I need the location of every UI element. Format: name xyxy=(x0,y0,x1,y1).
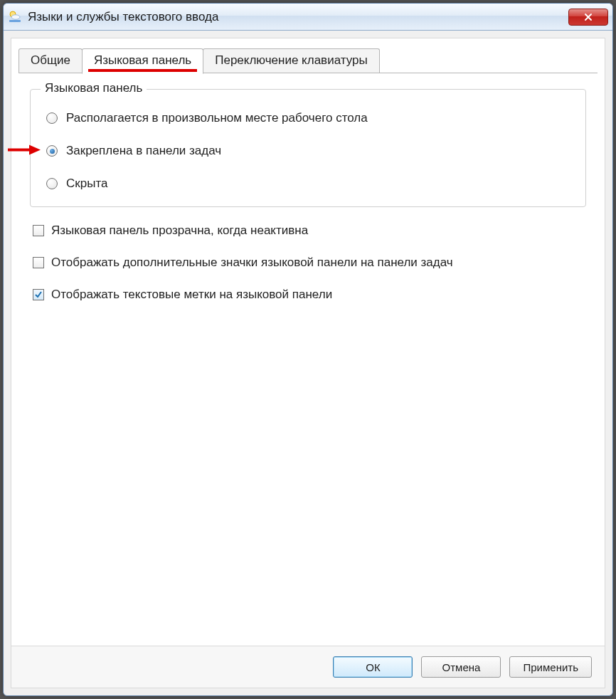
close-button[interactable] xyxy=(568,9,608,26)
checkbox-text-labels[interactable] xyxy=(33,289,44,300)
tab-keyboard-switch[interactable]: Переключение клавиатуры xyxy=(203,48,379,73)
radio-row-docked[interactable]: Закреплена в панели задач xyxy=(46,144,573,158)
svg-point-1 xyxy=(11,14,20,19)
radio-hidden[interactable] xyxy=(46,178,58,189)
tab-label: Языковая панель xyxy=(94,53,191,67)
ok-button[interactable]: ОК xyxy=(333,656,413,678)
radio-label: Закреплена в панели задач xyxy=(66,144,221,158)
apply-button[interactable]: Применить xyxy=(509,656,592,678)
button-label: Применить xyxy=(523,661,578,673)
button-label: ОК xyxy=(366,661,380,673)
radio-row-floating[interactable]: Располагается в произвольном месте рабоч… xyxy=(46,111,573,125)
check-label: Отображать дополнительные значки языково… xyxy=(51,255,453,271)
check-label: Языковая панель прозрачна, когда неактив… xyxy=(51,223,308,239)
checkbox-extra-icons[interactable] xyxy=(33,257,44,268)
groupbox-language-bar: Языковая панель Располагается в произвол… xyxy=(30,89,586,207)
arrow-annotation-icon xyxy=(8,144,41,159)
cancel-button[interactable]: Отмена xyxy=(421,656,501,678)
group-legend: Языковая панель xyxy=(41,81,147,95)
tabstrip: Общие Языковая панель Переключение клави… xyxy=(11,38,605,73)
radio-floating[interactable] xyxy=(46,112,58,124)
tab-label: Переключение клавиатуры xyxy=(215,53,367,67)
radio-row-hidden[interactable]: Скрыта xyxy=(46,177,573,191)
tab-language-bar[interactable]: Языковая панель xyxy=(82,48,203,74)
dialog-window: Языки и службы текстового ввода Общие Яз… xyxy=(3,3,613,696)
window-title: Языки и службы текстового ввода xyxy=(28,10,568,24)
button-label: Отмена xyxy=(442,661,481,673)
client-area: Общие Языковая панель Переключение клави… xyxy=(11,38,605,688)
tab-label: Общие xyxy=(31,53,70,67)
tabpanel-language-bar: Языковая панель Располагается в произвол… xyxy=(11,73,605,646)
svg-rect-2 xyxy=(9,20,21,22)
check-row-transparent[interactable]: Языковая панель прозрачна, когда неактив… xyxy=(33,223,586,239)
radio-docked[interactable] xyxy=(46,145,58,157)
check-label: Отображать текстовые метки на языковой п… xyxy=(51,287,332,303)
check-row-extra-icons[interactable]: Отображать дополнительные значки языково… xyxy=(33,255,586,271)
active-tab-underline xyxy=(88,69,197,72)
app-icon xyxy=(8,10,22,24)
svg-marker-4 xyxy=(29,145,41,155)
check-row-text-labels[interactable]: Отображать текстовые метки на языковой п… xyxy=(33,287,586,303)
tab-general[interactable]: Общие xyxy=(18,48,83,73)
radio-label: Располагается в произвольном месте рабоч… xyxy=(66,111,368,125)
titlebar[interactable]: Языки и службы текстового ввода xyxy=(4,4,612,31)
button-bar: ОК Отмена Применить xyxy=(11,646,605,688)
checkbox-transparent[interactable] xyxy=(33,225,44,236)
radio-label: Скрыта xyxy=(66,177,107,191)
